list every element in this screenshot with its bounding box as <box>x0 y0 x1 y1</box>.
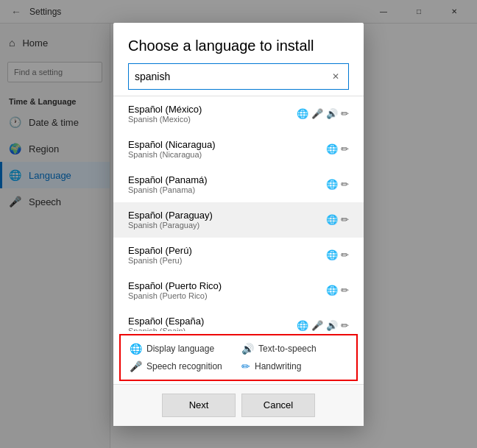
clear-search-button[interactable]: ✕ <box>329 70 342 83</box>
language-item-puerto-rico[interactable]: Español (Puerto Rico) Spanish (Puerto Ri… <box>113 273 364 308</box>
legend-speech-label: Speech recognition <box>146 361 222 371</box>
language-icons-puerto-rico: 🌐 ✏ <box>326 285 349 296</box>
display-icon: 🌐 <box>326 285 338 296</box>
display-icon: 🌐 <box>326 179 338 190</box>
hand-icon: ✏ <box>341 285 349 296</box>
language-item-panama[interactable]: Español (Panamá) Spanish (Panama) 🌐 ✏ <box>113 167 364 202</box>
legend-speech-icon: 🎤 <box>130 360 142 372</box>
language-item-text-nicaragua: Español (Nicaragua) Spanish (Nicaragua) <box>128 139 326 159</box>
hand-icon: ✏ <box>341 179 349 190</box>
display-icon: 🌐 <box>326 249 338 260</box>
legend-display-label: Display language <box>146 344 214 354</box>
display-icon: 🌐 <box>326 214 338 225</box>
language-search-box[interactable]: ✕ <box>128 63 349 90</box>
dialog-title: Choose a language to install <box>113 23 364 63</box>
display-icon: 🌐 <box>326 143 338 154</box>
tts-icon: 🔊 <box>326 320 338 331</box>
legend-section: 🌐 Display language 🔊 Text-to-speech 🎤 Sp… <box>119 334 358 381</box>
language-subname-spain: Spanish (Spain) <box>128 327 297 331</box>
language-item-paraguay[interactable]: Español (Paraguay) Spanish (Paraguay) 🌐 … <box>113 202 364 238</box>
legend-tts: 🔊 Text-to-speech <box>241 343 347 355</box>
hand-icon: ✏ <box>341 320 349 331</box>
language-item-mexico[interactable]: Español (México) Spanish (Mexico) 🌐 🎤 🔊 … <box>113 96 364 132</box>
language-subname-paraguay: Spanish (Paraguay) <box>128 221 326 230</box>
language-item-text-spain: Español (España) Spanish (Spain) <box>128 316 297 331</box>
language-item-peru[interactable]: Español (Perú) Spanish (Peru) 🌐 ✏ <box>113 238 364 273</box>
language-icons-spain: 🌐 🎤 🔊 ✏ <box>297 320 349 331</box>
language-name-nicaragua: Español (Nicaragua) <box>128 139 326 150</box>
language-name-spain: Español (España) <box>128 316 297 327</box>
hand-icon: ✏ <box>341 249 349 260</box>
language-subname-panama: Spanish (Panama) <box>128 185 326 194</box>
legend-handwriting: ✏ Handwriting <box>241 360 347 372</box>
language-list: Español (México) Spanish (Mexico) 🌐 🎤 🔊 … <box>113 96 364 331</box>
language-name-panama: Español (Panamá) <box>128 174 326 185</box>
language-name-paraguay: Español (Paraguay) <box>128 210 326 221</box>
language-item-nicaragua[interactable]: Español (Nicaragua) Spanish (Nicaragua) … <box>113 132 364 167</box>
language-icons-paraguay: 🌐 ✏ <box>326 214 349 225</box>
cancel-button[interactable]: Cancel <box>241 394 315 417</box>
language-subname-mexico: Spanish (Mexico) <box>128 115 297 124</box>
language-item-text-mexico: Español (México) Spanish (Mexico) <box>128 104 297 124</box>
language-item-text-peru: Español (Perú) Spanish (Peru) <box>128 245 326 265</box>
tts-icon: 🔊 <box>326 108 338 119</box>
dialog-footer: Next Cancel <box>113 384 364 426</box>
language-subname-puerto-rico: Spanish (Puerto Rico) <box>128 291 326 300</box>
language-install-dialog: Choose a language to install ✕ Español (… <box>113 23 364 426</box>
language-search-input[interactable] <box>135 71 329 82</box>
display-icon: 🌐 <box>297 108 308 119</box>
legend-tts-label: Text-to-speech <box>258 344 317 354</box>
display-icon: 🌐 <box>297 320 308 331</box>
language-name-mexico: Español (México) <box>128 104 297 115</box>
hand-icon: ✏ <box>341 214 349 225</box>
next-button[interactable]: Next <box>162 394 236 417</box>
modal-overlay: Choose a language to install ✕ Español (… <box>0 0 477 448</box>
language-name-peru: Español (Perú) <box>128 245 326 256</box>
language-name-puerto-rico: Español (Puerto Rico) <box>128 280 326 291</box>
speech-icon: 🎤 <box>311 320 323 331</box>
language-icons-nicaragua: 🌐 ✏ <box>326 143 349 154</box>
language-subname-nicaragua: Spanish (Nicaragua) <box>128 150 326 159</box>
language-item-text-puerto-rico: Español (Puerto Rico) Spanish (Puerto Ri… <box>128 280 326 300</box>
language-subname-peru: Spanish (Peru) <box>128 256 326 265</box>
language-icons-peru: 🌐 ✏ <box>326 249 349 260</box>
legend-tts-icon: 🔊 <box>241 343 254 355</box>
legend-speech-recognition: 🎤 Speech recognition <box>130 360 236 372</box>
legend-hand-icon: ✏ <box>241 360 250 372</box>
hand-icon: ✏ <box>341 108 349 119</box>
language-icons-panama: 🌐 ✏ <box>326 179 349 190</box>
language-item-spain[interactable]: Español (España) Spanish (Spain) 🌐 🎤 🔊 ✏ <box>113 308 364 331</box>
language-item-text-panama: Español (Panamá) Spanish (Panama) <box>128 174 326 194</box>
hand-icon: ✏ <box>341 143 349 154</box>
legend-display-language: 🌐 Display language <box>130 343 236 355</box>
language-item-text-paraguay: Español (Paraguay) Spanish (Paraguay) <box>128 210 326 230</box>
language-icons-mexico: 🌐 🎤 🔊 ✏ <box>297 108 349 119</box>
legend-hand-label: Handwriting <box>255 361 301 371</box>
speech-icon: 🎤 <box>311 108 323 119</box>
legend-display-icon: 🌐 <box>130 343 142 355</box>
